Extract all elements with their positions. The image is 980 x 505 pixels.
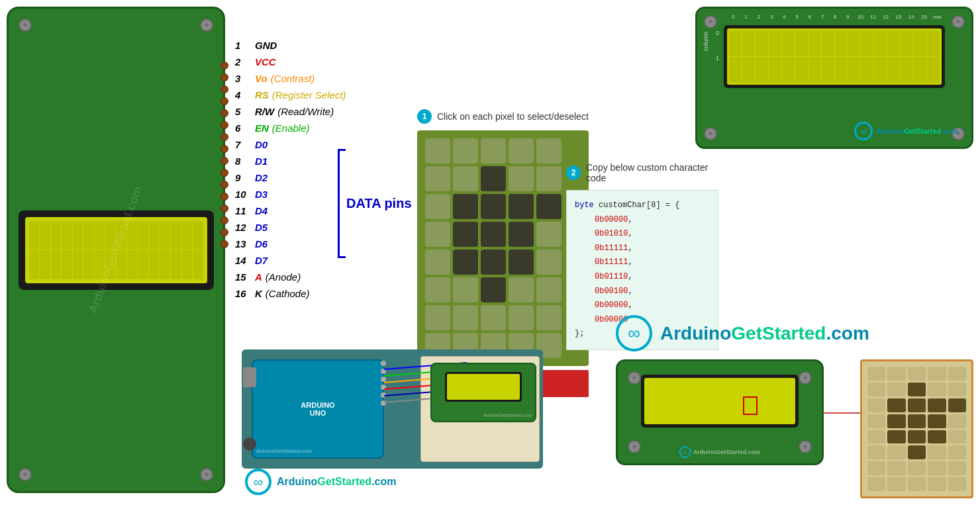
pixel-grid[interactable] [425,138,581,358]
pixel-cell[interactable] [425,222,450,247]
pin-name: RS [255,89,269,101]
pin-num: 15 [235,271,255,283]
lcd-cell [171,250,181,279]
pixel-cell[interactable] [536,166,562,191]
lcd-cell [51,221,62,250]
pixel-cell[interactable] [509,138,534,163]
pixel-cell[interactable] [536,250,562,275]
col-label: 8 [829,14,842,20]
pixel-cell[interactable] [536,222,562,247]
pixel-cell[interactable] [536,138,562,163]
pixel-cell[interactable] [425,305,450,330]
top-right-screen-inner [727,28,942,85]
pixel-cell[interactable] [425,138,450,163]
pin-dot [220,121,228,129]
pixel-cell[interactable] [425,166,450,191]
lcd-cell [83,221,94,250]
col-label: 3 [765,14,778,20]
pin-desc: (Read/Write) [277,106,334,117]
grid-cell [848,57,860,83]
pixel-cell[interactable] [453,166,478,191]
pixel-cell[interactable] [536,305,562,330]
pin-row-3: 3 Vo (Contrast) [235,73,346,84]
pin-num: 2 [235,56,255,68]
pin-num: 4 [235,89,255,101]
pin-name: D5 [255,222,268,233]
logo-text: ArduinoGetStarted.com [876,127,958,135]
pin-name: A [255,271,262,283]
grid-cell [927,30,940,56]
pixel-cell[interactable] [425,250,450,275]
pixel-cell[interactable] [509,305,534,330]
pixel-cell[interactable] [425,194,450,219]
bottom-right-lcd-panel: ∞ ArduinoGetStarted.com [616,359,824,465]
enlarged-grid-cell [948,461,966,475]
lcd-cell [95,221,105,250]
pin-desc: (Register Select) [272,89,346,101]
enlarged-grid-cell [867,477,885,491]
pin-dot [220,228,228,236]
lcd-cell [117,250,127,279]
col-label: 15 [918,14,930,20]
enlarged-grid-cell [908,398,926,412]
pin-row-10: 10 D3 [235,189,346,200]
pixel-cell[interactable] [509,194,534,219]
pixel-cell[interactable] [453,250,478,275]
code-value: 0b01110 [595,272,628,281]
pixel-cell[interactable] [481,138,506,163]
pixel-cell[interactable] [453,222,478,247]
bottom-logo: ArduinoGetStarted.com [245,469,396,495]
pixel-cell[interactable] [453,305,478,330]
pixel-cell[interactable] [536,277,562,302]
pixel-cell[interactable] [425,277,450,302]
lcd-cell [160,221,171,250]
pixel-cell[interactable] [481,277,506,302]
pixel-cell[interactable] [481,250,506,275]
pixel-cell[interactable] [509,250,534,275]
pin-num: 7 [235,139,255,150]
screw-br-br [799,440,812,453]
br-lcd-logo: ∞ ArduinoGetStarted.com [679,446,761,458]
pin-desc: (Cathode) [266,288,310,299]
enlarged-grid-cell [948,414,966,428]
code-line-4: 0b11111, [575,242,710,256]
pin-name: Vo [255,73,268,84]
grid-cell [835,30,848,56]
grid-cell [808,57,821,83]
pin-name: VCC [255,56,276,68]
col-label: 4 [778,14,791,20]
bottom-right-screen-inner [644,378,795,424]
pin-num: 10 [235,189,255,200]
pixel-cell[interactable] [453,277,478,302]
pixel-cell[interactable] [453,138,478,163]
grid-cell [887,30,900,56]
enlarged-grid-cell [908,477,926,491]
pin-row-6: 6 EN (Enable) [235,122,346,134]
enlarged-grid-cell [867,398,885,412]
lcd-cell [29,221,40,250]
pixel-cell[interactable] [453,194,478,219]
enlarged-grid-cell [887,445,905,459]
code-value: 0b11111 [595,257,628,267]
col-label: 9 [842,14,854,20]
pixel-cell[interactable] [481,166,506,191]
grid-cell [861,30,873,56]
grid-cell [756,30,768,56]
pixel-cell[interactable] [536,194,562,219]
pixel-cell[interactable] [481,194,506,219]
enlarged-grid-cell [928,430,946,444]
code-value: 0b01010 [595,229,628,238]
arduino-board-area: ARDUINOUNO ArduinoGetStarted.com [242,349,543,469]
brand-row: ArduinoGetStarted.com [616,315,973,351]
pixel-cell[interactable] [481,222,506,247]
pin-dot [220,97,228,105]
lcd-cell [193,221,203,250]
pin-desc: (Enable) [272,122,310,134]
pixel-cell[interactable] [481,305,506,330]
pixel-cell[interactable] [509,166,534,191]
pixel-cell[interactable] [509,277,534,302]
lcd-screen-inner [25,217,207,283]
pixel-cell[interactable] [509,222,534,247]
code-line-2: 0b00000, [575,213,710,228]
lcd-cell [138,221,149,250]
